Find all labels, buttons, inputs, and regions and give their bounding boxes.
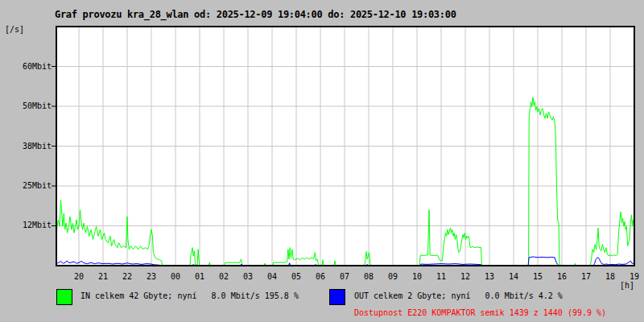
- x-axis-unit-label: [h]: [581, 281, 634, 290]
- x-tick-label: 13: [481, 272, 498, 281]
- y-tick-label: 38Mbit: [0, 142, 52, 151]
- y-tick-label: 50Mbit: [0, 101, 52, 110]
- x-tick-label: 09: [384, 272, 402, 281]
- x-tick-label: 04: [263, 272, 281, 281]
- in-legend-label: IN celkem 42 Gbyte; nyní 8.0 Mbit/s 195.…: [80, 291, 299, 300]
- x-tick-label: 11: [432, 272, 450, 281]
- x-tick-label: 06: [312, 272, 329, 281]
- x-tick-label: 21: [94, 272, 112, 281]
- x-tick-label: 18: [601, 272, 619, 281]
- x-tick-label: 17: [577, 272, 595, 281]
- y-tick-label: 12Mbit: [0, 221, 52, 229]
- x-tick-label: 10: [408, 272, 426, 281]
- x-tick-label: 19: [625, 272, 643, 281]
- availability-label: Dostupnost E220 KOMPAKTOR semik 1439 z 1…: [354, 308, 606, 317]
- y-tick-label: 25Mbit: [0, 181, 52, 190]
- x-tick-label: 05: [287, 272, 305, 281]
- x-tick-label: 14: [505, 272, 522, 281]
- x-tick-label: 12: [456, 272, 474, 281]
- y-axis-unit-label: [/s]: [5, 25, 24, 34]
- out-legend-label: OUT celkem 2 Gbyte; nyní 0.0 Mbit/s 4.2 …: [354, 291, 563, 300]
- in-legend-swatch: [56, 289, 72, 305]
- x-tick-label: 08: [360, 272, 378, 281]
- x-tick-label: 00: [167, 272, 184, 281]
- x-tick-label: 07: [336, 272, 353, 281]
- x-tick-label: 22: [118, 272, 136, 281]
- x-tick-label: 16: [553, 272, 571, 281]
- x-tick-label: 02: [215, 272, 233, 281]
- x-tick-label: 03: [239, 272, 257, 281]
- x-tick-label: 01: [191, 272, 208, 281]
- x-tick-label: 15: [529, 272, 547, 281]
- mrtg-traffic-graph-page: Graf provozu kra_28_wlan od: 2025-12-09 …: [0, 0, 644, 322]
- y-tick-label: 60Mbit: [0, 62, 52, 71]
- out-legend-swatch: [329, 289, 345, 305]
- x-tick-label: 20: [70, 272, 88, 281]
- graph-title: Graf provozu kra_28_wlan od: 2025-12-09 …: [55, 9, 456, 20]
- x-tick-label: 23: [142, 272, 160, 281]
